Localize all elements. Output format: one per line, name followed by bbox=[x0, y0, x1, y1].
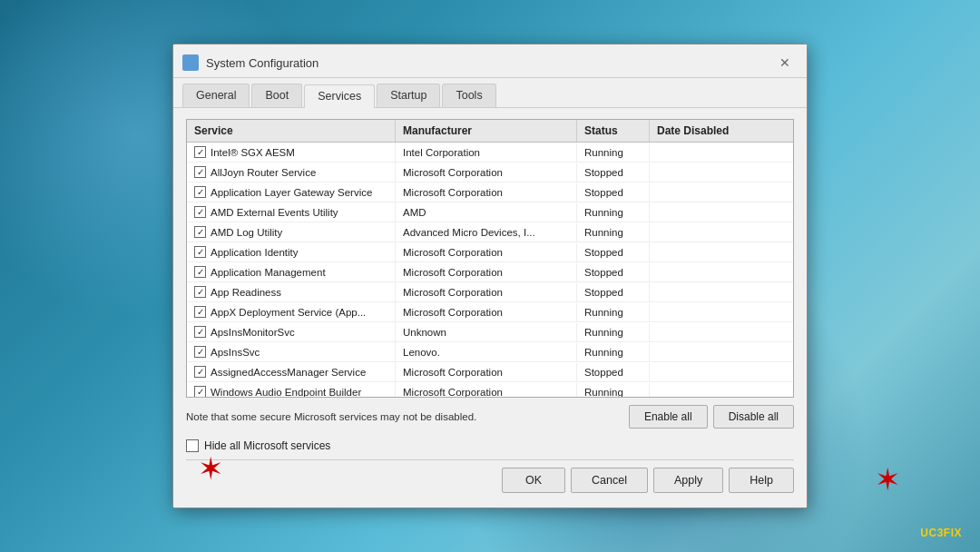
service-checkbox[interactable] bbox=[194, 386, 206, 397]
service-name-cell[interactable]: AMD External Events Utility bbox=[187, 202, 396, 222]
service-checkbox[interactable] bbox=[194, 306, 206, 318]
manufacturer: Advanced Micro Devices, I... bbox=[396, 223, 577, 242]
status: Stopped bbox=[577, 263, 650, 281]
table-body[interactable]: Intel® SGX AESM Intel Corporation Runnin… bbox=[187, 143, 793, 397]
service-name-cell[interactable]: AMD Log Utility bbox=[187, 222, 396, 242]
service-name: Application Management bbox=[211, 267, 326, 278]
ok-button[interactable]: OK bbox=[502, 468, 565, 493]
tab-boot[interactable]: Boot bbox=[251, 84, 302, 107]
table-row[interactable]: ApsInsSvc Lenovo. Running bbox=[187, 342, 793, 362]
cancel-button[interactable]: Cancel bbox=[571, 468, 648, 493]
table-row[interactable]: AppX Deployment Service (App... Microsof… bbox=[187, 302, 793, 322]
table-row[interactable]: Intel® SGX AESM Intel Corporation Runnin… bbox=[187, 143, 793, 163]
system-configuration-window: System Configuration ✕ General Boot Serv… bbox=[172, 44, 808, 508]
tab-startup[interactable]: Startup bbox=[377, 84, 440, 107]
manufacturer: Intel Corporation bbox=[396, 143, 577, 162]
manufacturer: Microsoft Corporation bbox=[396, 283, 577, 301]
service-checkbox[interactable] bbox=[194, 146, 206, 158]
table-row[interactable]: App Readiness Microsoft Corporation Stop… bbox=[187, 282, 793, 302]
date-disabled bbox=[650, 329, 793, 336]
enable-all-button[interactable]: Enable all bbox=[629, 405, 708, 429]
tab-services[interactable]: Services bbox=[304, 84, 375, 108]
watermark-highlight: 3 bbox=[937, 527, 944, 539]
service-name-cell[interactable]: ApsInsMonitorSvc bbox=[187, 322, 396, 341]
date-disabled bbox=[650, 349, 793, 356]
disable-all-button[interactable]: Disable all bbox=[713, 405, 794, 429]
col-status[interactable]: Status bbox=[577, 120, 650, 142]
svg-rect-1 bbox=[191, 57, 196, 62]
status: Running bbox=[577, 143, 650, 162]
svg-rect-0 bbox=[185, 57, 190, 62]
manufacturer: Microsoft Corporation bbox=[396, 243, 577, 261]
table-row[interactable]: AssignedAccessManager Service Microsoft … bbox=[187, 362, 793, 382]
col-service[interactable]: Service bbox=[187, 120, 396, 142]
date-disabled bbox=[650, 269, 793, 276]
service-checkbox[interactable] bbox=[194, 186, 206, 198]
manufacturer: Microsoft Corporation bbox=[396, 383, 577, 398]
manufacturer: Lenovo. bbox=[396, 343, 577, 361]
star-decoration-right: ✶ bbox=[875, 461, 900, 498]
window-title: System Configuration bbox=[206, 56, 318, 70]
manufacturer: Unknown bbox=[396, 323, 577, 341]
col-manufacturer[interactable]: Manufacturer bbox=[396, 120, 577, 142]
status: Running bbox=[577, 323, 650, 341]
table-row[interactable]: AllJoyn Router Service Microsoft Corpora… bbox=[187, 163, 793, 182]
hide-microsoft-checkbox[interactable] bbox=[186, 439, 199, 452]
table-row[interactable]: Application Layer Gateway Service Micros… bbox=[187, 182, 793, 202]
watermark-suffix: FIX bbox=[944, 527, 962, 539]
table-row[interactable]: Windows Audio Endpoint Builder Microsoft… bbox=[187, 382, 793, 397]
date-disabled bbox=[650, 369, 793, 376]
manufacturer: Microsoft Corporation bbox=[396, 183, 577, 202]
service-name-cell[interactable]: ApsInsSvc bbox=[187, 342, 396, 361]
service-checkbox[interactable] bbox=[194, 366, 206, 378]
service-name-cell[interactable]: Application Identity bbox=[187, 242, 396, 261]
svg-rect-3 bbox=[191, 64, 196, 68]
service-name: Intel® SGX AESM bbox=[211, 147, 295, 158]
table-row[interactable]: ApsInsMonitorSvc Unknown Running bbox=[187, 322, 793, 342]
manufacturer: Microsoft Corporation bbox=[396, 363, 577, 381]
status: Running bbox=[577, 383, 650, 398]
service-checkbox[interactable] bbox=[194, 206, 206, 218]
date-disabled bbox=[650, 229, 793, 236]
service-name-cell[interactable]: App Readiness bbox=[187, 282, 396, 301]
service-name-cell[interactable]: AppX Deployment Service (App... bbox=[187, 302, 396, 321]
service-name: Windows Audio Endpoint Builder bbox=[211, 387, 361, 398]
service-name-cell[interactable]: Windows Audio Endpoint Builder bbox=[187, 382, 396, 397]
table-row[interactable]: Application Identity Microsoft Corporati… bbox=[187, 242, 793, 262]
hide-services-bar: Hide all Microsoft services bbox=[186, 434, 794, 456]
service-name-cell[interactable]: AssignedAccessManager Service bbox=[187, 362, 396, 381]
table-row[interactable]: AMD External Events Utility AMD Running bbox=[187, 202, 793, 222]
service-name: Application Identity bbox=[211, 247, 299, 258]
date-disabled bbox=[650, 149, 793, 156]
service-checkbox[interactable] bbox=[194, 246, 206, 258]
service-checkbox[interactable] bbox=[194, 226, 206, 238]
status: Stopped bbox=[577, 183, 650, 202]
close-button[interactable]: ✕ bbox=[776, 54, 794, 72]
service-checkbox[interactable] bbox=[194, 166, 206, 178]
col-date-disabled[interactable]: Date Disabled bbox=[650, 120, 779, 142]
date-disabled bbox=[650, 189, 793, 196]
status: Running bbox=[577, 303, 650, 321]
status: Stopped bbox=[577, 243, 650, 261]
service-checkbox[interactable] bbox=[194, 346, 206, 358]
service-name-cell[interactable]: AllJoyn Router Service bbox=[187, 163, 396, 182]
service-checkbox[interactable] bbox=[194, 286, 206, 298]
tab-content: Service Manufacturer Status Date Disable… bbox=[173, 108, 807, 508]
table-row[interactable]: AMD Log Utility Advanced Micro Devices, … bbox=[187, 222, 793, 242]
service-name-cell[interactable]: Application Management bbox=[187, 262, 396, 281]
tab-general[interactable]: General bbox=[182, 84, 250, 107]
status: Stopped bbox=[577, 163, 650, 182]
enable-disable-buttons: Enable all Disable all bbox=[629, 405, 794, 429]
apply-button[interactable]: Apply bbox=[653, 468, 723, 493]
help-button[interactable]: Help bbox=[729, 468, 794, 493]
service-checkbox[interactable] bbox=[194, 326, 206, 338]
svg-rect-2 bbox=[185, 64, 190, 68]
tab-tools[interactable]: Tools bbox=[442, 84, 495, 107]
status: Stopped bbox=[577, 283, 650, 301]
watermark: UC3FIX bbox=[920, 527, 962, 539]
service-name-cell[interactable]: Application Layer Gateway Service bbox=[187, 182, 396, 202]
service-checkbox[interactable] bbox=[194, 266, 206, 278]
service-name-cell[interactable]: Intel® SGX AESM bbox=[187, 143, 396, 162]
table-row[interactable]: Application Management Microsoft Corpora… bbox=[187, 262, 793, 282]
date-disabled bbox=[650, 209, 793, 216]
